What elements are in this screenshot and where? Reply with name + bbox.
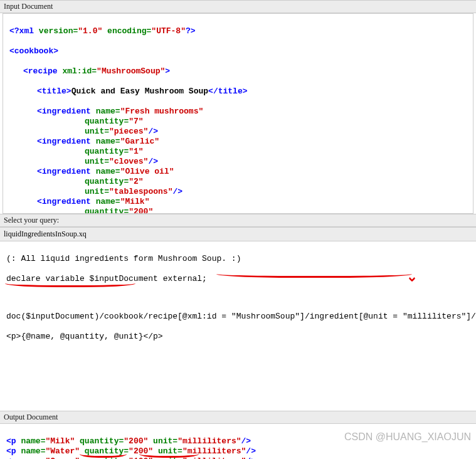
query-file-selector[interactable]: liquidIngredientsInSoup.xq bbox=[0, 227, 476, 241]
query-line2: <p>{@name, @quantity, @unit}</p> bbox=[6, 332, 470, 342]
query-panel: (: All liquid ingredients form Mushroom … bbox=[0, 241, 476, 411]
query-declare: declare variable $inputDocument external… bbox=[6, 274, 470, 284]
input-doc-header: Input Document bbox=[0, 0, 476, 13]
input-doc-panel: <?xml version="1.0" encoding="UTF-8"?> <… bbox=[3, 13, 473, 214]
output-row: <p name="Water" quantity="200" unit="mil… bbox=[6, 446, 470, 456]
output-row: <p name="Milk" quantity="200" unit="mill… bbox=[6, 436, 470, 446]
query-line1: doc($inputDocument)/cookbook/recipe[@xml… bbox=[6, 312, 470, 322]
output-doc-panel: <p name="Milk" quantity="200" unit="mill… bbox=[0, 424, 476, 459]
query-comment: (: All liquid ingredients form Mushroom … bbox=[6, 254, 470, 264]
select-query-header: Select your query: bbox=[0, 214, 476, 227]
output-doc-header: Output Document bbox=[0, 411, 476, 424]
output-row: <p name="Cream" quantity="100" unit="mil… bbox=[6, 456, 470, 459]
